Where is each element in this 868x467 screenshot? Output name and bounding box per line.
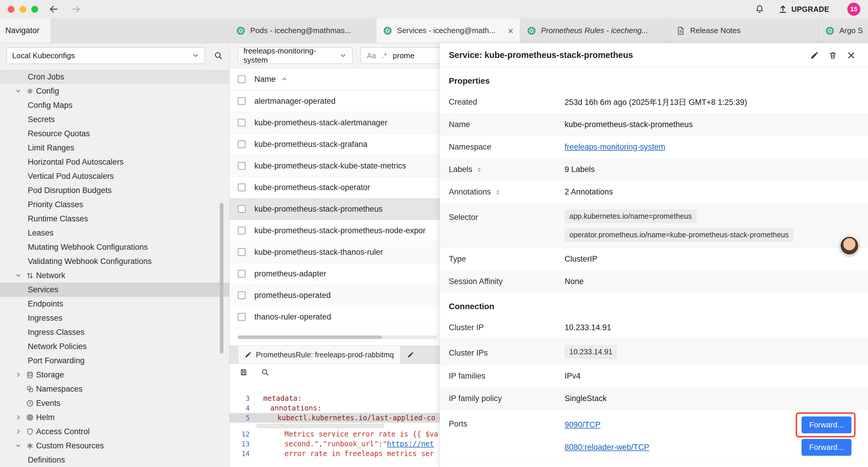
sidebar-item-vertical-pod-autoscalers[interactable]: Vertical Pod Autoscalers (0, 169, 229, 183)
namespace-filter[interactable]: freeleaps-monitoring-system (238, 47, 352, 64)
row-name: kube-prometheus-stack-prometheus (254, 205, 382, 214)
sidebar-item-secrets[interactable]: Secrets (0, 112, 229, 126)
sidebar-item-label: Runtime Classes (28, 214, 88, 224)
forward-icon[interactable] (69, 3, 83, 16)
sidebar-item-config[interactable]: Config (0, 84, 229, 98)
sidebar-item-services[interactable]: Services (0, 283, 229, 297)
window-maximize-button[interactable] (31, 6, 38, 13)
sidebar-item-ingresses[interactable]: Ingresses (0, 311, 229, 325)
row-checkbox[interactable] (238, 291, 246, 299)
scrollbar-thumb[interactable] (238, 335, 382, 339)
sidebar-item-cron-jobs[interactable]: Cron Jobs (0, 70, 229, 84)
sidebar-item-mutating-webhook-configurations[interactable]: Mutating Webhook Configurations (0, 240, 229, 254)
window-minimize-button[interactable] (20, 6, 26, 13)
tab-close-icon[interactable]: × (505, 26, 514, 36)
chevron-down-icon[interactable] (13, 88, 24, 94)
property-label: Name (449, 120, 565, 129)
user-avatar[interactable] (840, 236, 859, 255)
navigator-tab[interactable]: Navigator (0, 18, 51, 43)
code-text: metadata: (256, 394, 302, 403)
editor-tab[interactable]: PrometheusRule: freeleaps-prod-rabbitmq (238, 346, 401, 363)
chevron-right-icon[interactable] (13, 414, 24, 420)
delete-icon[interactable] (825, 47, 841, 63)
sidebar-search-icon[interactable] (214, 51, 223, 60)
kubeconfig-selector[interactable]: Local Kubeconfigs (6, 47, 205, 64)
tab-release-notes[interactable]: Release Notes (670, 18, 819, 43)
save-icon[interactable] (240, 368, 248, 376)
section-rows: Cluster IP10.233.14.91Cluster IPs10.233.… (440, 317, 868, 462)
chevron-right-icon[interactable] (13, 428, 24, 435)
name-column-header[interactable]: Name (254, 75, 276, 84)
sidebar-item-runtime-classes[interactable]: Runtime Classes (0, 212, 229, 226)
forward-button[interactable]: Forward... (802, 416, 851, 433)
sidebar-item-validating-webhook-configurations[interactable]: Validating Webhook Configurations (0, 254, 229, 268)
sidebar-item-helm[interactable]: Helm (0, 410, 229, 425)
sidebar-item-endpoints[interactable]: Endpoints (0, 297, 229, 311)
row-checkbox[interactable] (238, 119, 246, 126)
table-horizontal-scrollbar[interactable] (238, 335, 438, 339)
sidebar-item-label: Vertical Pod Autoscalers (28, 172, 114, 181)
sidebar-item-ingress-classes[interactable]: Ingress Classes (0, 325, 229, 339)
tab-pods-icecheng-mathmas[interactable]: Pods - icecheng@mathmas... (229, 18, 376, 43)
sidebar-item-namespaces[interactable]: Namespaces (0, 382, 229, 396)
sidebar-item-label: Resource Quotas (28, 129, 90, 138)
sidebar-item-priority-classes[interactable]: Priority Classes (0, 198, 229, 212)
select-all-checkbox[interactable] (238, 76, 246, 83)
sidebar-item-limit-ranges[interactable]: Limit Ranges (0, 141, 229, 155)
row-checkbox[interactable] (238, 97, 246, 105)
regex-toggle[interactable]: .* (382, 52, 387, 60)
sidebar-item-resource-quotas[interactable]: Resource Quotas (0, 126, 229, 141)
sort-asc-icon[interactable] (281, 76, 287, 83)
sidebar-item-custom-resources[interactable]: Custom Resources (0, 439, 229, 453)
sidebar-item-storage[interactable]: Storage (0, 368, 229, 382)
sidebar-item-pod-disruption-budgets[interactable]: Pod Disruption Budgets (0, 183, 229, 198)
row-checkbox[interactable] (238, 248, 246, 256)
tab-services-icecheng-math[interactable]: Services - icecheng@math...× (376, 18, 520, 43)
forward-button[interactable]: Forward... (802, 439, 851, 456)
sidebar-item-horizontal-pod-autoscalers[interactable]: Horizontal Pod Autoscalers (0, 155, 229, 169)
sidebar-item-label: Port Forwarding (28, 356, 85, 365)
sidebar-scrollbar[interactable] (220, 203, 223, 353)
upgrade-button[interactable]: UPGRADE (778, 4, 829, 14)
close-icon[interactable]: × (843, 47, 859, 63)
sort-toggle-icon[interactable] (495, 189, 501, 195)
tab-argo-s[interactable]: Argo S (819, 18, 868, 43)
sort-toggle-icon[interactable] (476, 167, 483, 173)
property-label: Namespace (449, 143, 565, 152)
chevron-down-icon[interactable] (13, 442, 24, 449)
sidebar-item-network-policies[interactable]: Network Policies (0, 339, 229, 353)
sidebar-item-leases[interactable]: Leases (0, 226, 229, 240)
port-link[interactable]: 9090/TCP (565, 420, 601, 430)
row-checkbox[interactable] (238, 140, 246, 148)
back-icon[interactable] (47, 3, 60, 16)
notifications-bell-icon[interactable] (755, 4, 764, 14)
editor-search-icon[interactable] (261, 368, 269, 376)
property-row-labels: Labels9 Labels (440, 158, 868, 181)
port-link[interactable]: 8080:reloader-web/TCP (565, 443, 649, 452)
chevron-right-icon[interactable] (13, 372, 24, 378)
tab-label: Release Notes (690, 26, 741, 35)
window-close-button[interactable] (8, 6, 14, 13)
sidebar-item-access-control[interactable]: Access Control (0, 425, 229, 439)
namespace-link[interactable]: freeleaps-monitoring-system (565, 143, 665, 152)
chevron-down-icon[interactable] (13, 272, 24, 279)
row-checkbox[interactable] (238, 227, 246, 234)
row-checkbox[interactable] (238, 313, 246, 321)
edit-icon[interactable] (807, 47, 823, 63)
property-value: 2 Annotations (565, 187, 613, 197)
row-checkbox[interactable] (238, 270, 246, 278)
row-checkbox[interactable] (238, 183, 246, 191)
sidebar-item-port-forwarding[interactable]: Port Forwarding (0, 353, 229, 368)
match-case-toggle[interactable]: Aa (367, 52, 376, 60)
property-row-cluster-ip: Cluster IP10.233.14.91 (440, 317, 868, 339)
sidebar-item-events[interactable]: Events (0, 396, 229, 410)
notification-count-badge[interactable]: 15 (847, 3, 860, 16)
sidebar-item-network[interactable]: Network (0, 268, 229, 283)
sidebar-item-definitions[interactable]: Definitions (0, 453, 229, 467)
tab-prometheus-rules-icecheng[interactable]: Prometheus Rules - icecheng... (520, 18, 670, 43)
code-token: second.","runbook_url":" (284, 440, 387, 448)
row-checkbox[interactable] (238, 162, 246, 170)
line-number: 13 (229, 440, 256, 448)
row-checkbox[interactable] (238, 205, 246, 213)
sidebar-item-config-maps[interactable]: Config Maps (0, 98, 229, 112)
